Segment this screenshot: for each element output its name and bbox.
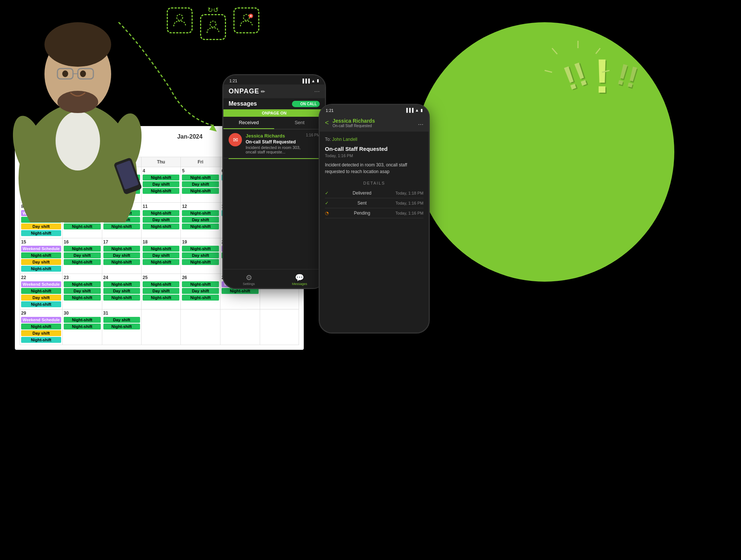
shift-tag[interactable]: Night-shift: [21, 288, 61, 294]
battery-icon: ▮: [317, 78, 319, 83]
calendar-cell[interactable]: 19Night-shiftDay shiftNight-shift: [181, 238, 220, 274]
shift-tag[interactable]: Night-shift: [182, 175, 219, 180]
calendar-cell[interactable]: [181, 309, 220, 345]
phone2-header: < Jessica Richards On-call Staff Request…: [320, 114, 429, 132]
shift-tag[interactable]: Day shift: [143, 288, 179, 294]
message-sender: Jessica Richards: [246, 133, 302, 139]
sent-check-icon: ✓: [325, 201, 329, 206]
shift-tag[interactable]: Night-shift: [143, 295, 179, 301]
shift-tag[interactable]: Day shift: [21, 295, 61, 301]
shift-tag[interactable]: Weekend Schedule: [21, 317, 61, 323]
shift-tag[interactable]: Night-shift: [21, 337, 61, 343]
shift-tag[interactable]: Day shift: [21, 259, 61, 265]
shift-tag[interactable]: Day shift: [21, 223, 61, 229]
shift-tag[interactable]: Night-shift: [21, 252, 61, 258]
calendar-cell[interactable]: 26Night-shiftDay shiftNight-shift: [181, 274, 220, 309]
calendar-cell[interactable]: 22Weekend ScheduleNight-shiftDay shiftNi…: [20, 274, 63, 309]
svg-marker-11: [209, 124, 217, 132]
shift-tag[interactable]: Night-shift: [182, 281, 219, 287]
sparkle-lines: [541, 37, 615, 111]
svg-point-24: [62, 70, 68, 77]
shift-tag[interactable]: Night-shift: [21, 324, 61, 329]
calendar-cell[interactable]: [220, 309, 260, 345]
dashed-arrow-svg: [111, 15, 241, 145]
calendar-cell[interactable]: 31Day shiftNight-shift: [102, 309, 141, 345]
shift-tag[interactable]: Night-shift: [182, 246, 219, 252]
calendar-cell[interactable]: 16Night-shiftDay shiftNight-shift: [63, 238, 102, 274]
shift-tag[interactable]: Day shift: [64, 252, 100, 258]
shift-tag[interactable]: Night-shift: [103, 295, 140, 301]
messages-nav-label: Messages: [292, 282, 307, 286]
shift-tag[interactable]: Night-shift: [21, 301, 61, 307]
phone1-app-header: ONPAGE ✏ ···: [223, 85, 325, 98]
shift-tag[interactable]: Day shift: [182, 217, 219, 223]
shift-tag[interactable]: Night-shift: [143, 259, 179, 265]
wifi-icon: ▲: [415, 108, 419, 113]
shift-tag[interactable]: Night-shift: [103, 246, 140, 252]
more-icon: ···: [314, 87, 320, 95]
shift-tag[interactable]: Night-shift: [21, 266, 61, 272]
settings-label: Settings: [243, 282, 255, 286]
shift-tag[interactable]: Night-shift: [103, 324, 140, 329]
shift-tag[interactable]: Night-shift: [182, 210, 219, 216]
shift-tag[interactable]: Night-shift: [64, 223, 100, 229]
shift-tag[interactable]: Weekend Schedule: [21, 246, 61, 252]
to-label: To:: [325, 137, 331, 142]
shift-tag[interactable]: Night-shift: [143, 281, 179, 287]
shift-tag[interactable]: Night-shift: [64, 324, 100, 329]
onpage-on-bar: ONPAGE ON: [223, 109, 325, 117]
more-options-button[interactable]: ...: [418, 119, 423, 127]
shift-tag[interactable]: Night-shift: [21, 230, 61, 236]
shift-tag[interactable]: Night-shift: [182, 223, 219, 229]
shift-tag[interactable]: Day shift: [21, 330, 61, 336]
day-number: 19: [182, 239, 219, 245]
shift-tag[interactable]: Day shift: [64, 288, 100, 294]
calendar-cell[interactable]: 30Night-shiftNight-shift: [63, 309, 102, 345]
calendar-cell[interactable]: 24Night-shiftDay shiftNight-shift: [102, 274, 141, 309]
shift-tag[interactable]: Night-shift: [182, 188, 219, 194]
shift-tag[interactable]: Weekend Schedule: [21, 281, 61, 287]
nav-messages-item[interactable]: 💬 Messages: [274, 269, 325, 288]
phone2-time: 1:21: [326, 108, 333, 113]
calendar-cell[interactable]: 12Night-shiftDay shiftNight-shift: [181, 203, 220, 238]
shift-tag[interactable]: Day shift: [182, 288, 219, 294]
shift-tag[interactable]: Day shift: [182, 181, 219, 187]
calendar-cell[interactable]: [141, 309, 180, 345]
shift-tag[interactable]: Night-shift: [103, 259, 140, 265]
phone1-bottom-nav: ⚙ Settings 💬 Messages: [223, 269, 325, 288]
shift-tag[interactable]: Day shift: [143, 252, 179, 258]
shift-tag[interactable]: Night-shift: [64, 295, 100, 301]
calendar-cell[interactable]: [260, 309, 299, 345]
calendar-cell[interactable]: 23Night-shiftDay shiftNight-shift: [63, 274, 102, 309]
message-item[interactable]: ✉ Jessica Richards On-call Staff Request…: [223, 129, 325, 158]
tab-received[interactable]: Received: [223, 117, 274, 129]
shift-tag[interactable]: Night-shift: [64, 281, 100, 287]
shift-tag[interactable]: Day shift: [103, 288, 140, 294]
shift-tag[interactable]: Night-shift: [182, 295, 219, 301]
shift-tag[interactable]: Night-shift: [64, 259, 100, 265]
shift-tag[interactable]: Night-shift: [64, 317, 100, 323]
calendar-cell[interactable]: 15Weekend ScheduleNight-shiftDay shiftNi…: [20, 238, 63, 274]
shift-tag[interactable]: Night-shift: [103, 281, 140, 287]
calendar-cell[interactable]: 29Weekend ScheduleNight-shiftDay shiftNi…: [20, 309, 63, 345]
shift-tag[interactable]: Day shift: [182, 252, 219, 258]
shift-tag[interactable]: Night-shift: [64, 246, 100, 252]
shift-tag[interactable]: Night-shift: [182, 259, 219, 265]
calendar-cell[interactable]: 17Night-shiftDay shiftNight-shift: [102, 238, 141, 274]
shift-tag[interactable]: Night-shift: [103, 223, 140, 229]
tab-sent[interactable]: Sent: [274, 117, 325, 129]
detail-sent: ✓ Sent Today, 1:16 PM: [325, 198, 423, 208]
shift-tag[interactable]: Day shift: [103, 252, 140, 258]
calendar-cell[interactable]: 25Night-shiftDay shiftNight-shift: [141, 274, 180, 309]
back-button[interactable]: <: [325, 119, 329, 127]
sent-time: Today, 1:16 PM: [395, 201, 423, 205]
calendar-cell[interactable]: 5Night-shiftDay shiftNight-shift: [181, 167, 220, 203]
active-indicator: [229, 158, 320, 159]
delivered-label: Delivered: [353, 190, 372, 196]
shift-tag[interactable]: Night-shift: [143, 246, 179, 252]
phone2-message-body-area: To: John Landell On-call Staff Requested…: [320, 132, 429, 332]
nav-settings-item[interactable]: ⚙ Settings: [223, 269, 274, 288]
shift-tag[interactable]: Night-shift: [143, 223, 179, 229]
shift-tag[interactable]: Day shift: [103, 317, 140, 323]
calendar-cell[interactable]: 18Night-shiftDay shiftNight-shift: [141, 238, 180, 274]
